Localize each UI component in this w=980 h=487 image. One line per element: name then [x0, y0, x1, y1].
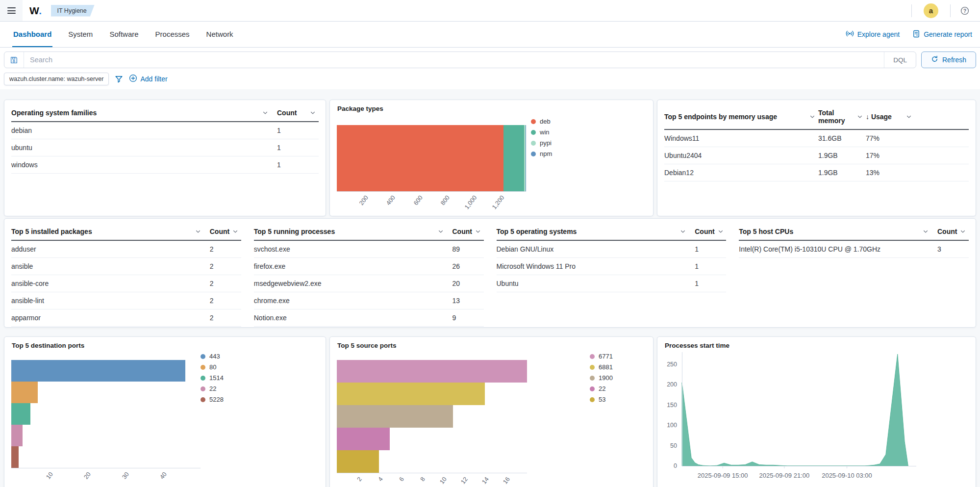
bar-5228[interactable]: [11, 446, 19, 468]
column-header-top-5-running-processes[interactable]: Top 5 running processes: [254, 228, 452, 235]
legend-item-5228[interactable]: 5228: [201, 396, 224, 403]
sort-chevron-icon[interactable]: [960, 229, 969, 234]
column-header-usage[interactable]: ↓ Usage: [866, 113, 915, 121]
table-cell: windows: [11, 161, 277, 169]
sort-chevron-icon[interactable]: [857, 114, 866, 120]
legend-dot: [531, 141, 536, 146]
legend-item-22[interactable]: 22: [201, 385, 224, 392]
sort-chevron-icon[interactable]: [310, 110, 319, 116]
sort-chevron-icon[interactable]: [438, 229, 447, 234]
sort-chevron-icon[interactable]: [923, 229, 931, 234]
bar-1514[interactable]: [11, 403, 30, 425]
legend-item-pypi[interactable]: pypi: [531, 139, 552, 147]
area-series[interactable]: [682, 352, 917, 469]
row-1: Operating system familiesCountdebian1ubu…: [4, 100, 976, 216]
bar-53[interactable]: [337, 450, 379, 473]
y-tick-label: 150: [664, 402, 677, 409]
column-header-count[interactable]: Count: [210, 228, 241, 235]
legend-dot: [590, 397, 595, 402]
table-cell: 89: [452, 245, 484, 253]
legend-item-win[interactable]: win: [531, 128, 552, 136]
tab-processes[interactable]: Processes: [154, 22, 191, 47]
header-divider: [950, 4, 951, 17]
table-cell: 2: [210, 297, 241, 305]
sort-chevron-icon[interactable]: [809, 114, 818, 120]
legend-item-443[interactable]: 443: [201, 353, 224, 360]
table-row: Windows1131.6GB77%: [664, 130, 969, 147]
column-header-count[interactable]: Count: [452, 228, 484, 235]
sort-chevron-icon[interactable]: [262, 110, 271, 116]
table-cell: 1: [277, 127, 319, 134]
bar-6881[interactable]: [337, 383, 485, 405]
column-header-top-5-endpoints-by-memory-usage[interactable]: Top 5 endpoints by memory usage: [664, 113, 818, 121]
package-types-title: Package types: [337, 104, 646, 112]
column-header-count[interactable]: Count: [277, 109, 319, 117]
column-header-label: Operating system families: [11, 109, 97, 117]
bar-1900[interactable]: [337, 405, 453, 428]
search-input[interactable]: [24, 56, 884, 64]
chart-legend: debwinpypinpm: [531, 118, 552, 161]
explore-agent-label: Explore agent: [857, 30, 900, 38]
tab-software[interactable]: Software: [108, 22, 139, 47]
generate-report-button[interactable]: Generate report: [912, 30, 972, 39]
tab-dashboard[interactable]: Dashboard: [12, 22, 52, 47]
segment-deb[interactable]: [337, 125, 503, 191]
legend-item-53[interactable]: 53: [590, 396, 613, 403]
query-language-button[interactable]: DQL: [884, 52, 916, 68]
bar-6771[interactable]: [337, 360, 527, 383]
x-axis: 2004006008001,0001,200: [337, 191, 526, 215]
menu-icon[interactable]: [0, 0, 23, 21]
column-header-label: Count: [277, 109, 297, 117]
sort-chevron-icon[interactable]: [475, 229, 484, 234]
sort-chevron-icon[interactable]: [232, 229, 241, 234]
column-header-operating-system-families[interactable]: Operating system families: [11, 109, 277, 117]
sort-chevron-icon[interactable]: [680, 229, 689, 234]
table-row: svchost.exe89: [254, 241, 484, 258]
help-icon[interactable]: ?: [960, 6, 969, 15]
y-tick-label: 200: [664, 381, 677, 388]
table-cell: 2: [210, 262, 241, 270]
legend-item-1900[interactable]: 1900: [590, 374, 613, 382]
legend-item-22[interactable]: 22: [590, 385, 613, 392]
column-header-top-5-installed-packages[interactable]: Top 5 installed packages: [11, 228, 210, 235]
segment-win[interactable]: [503, 125, 524, 191]
processes-start-time-title: Processes start time: [664, 341, 969, 349]
sort-chevron-icon[interactable]: [906, 114, 915, 120]
column-header-count[interactable]: Count: [937, 228, 969, 235]
bar-22[interactable]: [11, 425, 23, 446]
legend-item-80[interactable]: 80: [201, 363, 224, 371]
bar-443[interactable]: [11, 360, 185, 382]
column-header-label: Total memory: [818, 109, 854, 125]
legend-label: 22: [599, 385, 605, 392]
table-cell: 2: [210, 280, 241, 287]
saved-queries-icon[interactable]: [4, 52, 24, 68]
add-filter-button[interactable]: Add filter: [129, 74, 167, 84]
avatar[interactable]: a: [924, 3, 938, 18]
breadcrumb-badge[interactable]: IT Hygiene: [51, 5, 95, 17]
legend-item-1514[interactable]: 1514: [201, 374, 224, 382]
segment-npm[interactable]: [526, 125, 526, 191]
table-cell: 77%: [866, 134, 915, 142]
filter-funnel-icon[interactable]: [115, 75, 123, 83]
legend-dot: [531, 152, 536, 156]
legend-item-6881[interactable]: 6881: [590, 363, 613, 371]
legend-item-deb[interactable]: deb: [531, 118, 552, 125]
legend-item-npm[interactable]: npm: [531, 150, 552, 157]
filter-pill[interactable]: wazuh.cluster.name: wazuh-server: [4, 73, 109, 85]
tab-network[interactable]: Network: [205, 22, 234, 47]
column-header-top-5-operating-systems[interactable]: Top 5 operating systems: [497, 228, 695, 235]
refresh-button[interactable]: Refresh: [921, 51, 976, 68]
column-header-total-memory[interactable]: Total memory: [818, 109, 866, 125]
explore-agent-button[interactable]: Explore agent: [846, 29, 900, 39]
legend-dot: [201, 365, 205, 370]
bar-80[interactable]: [11, 382, 38, 403]
sort-chevron-icon[interactable]: [195, 229, 204, 234]
legend-item-6771[interactable]: 6771: [590, 353, 613, 360]
sort-chevron-icon[interactable]: [718, 229, 727, 234]
column-header-top-5-host-cpus[interactable]: Top 5 host CPUs: [739, 228, 937, 235]
tab-system[interactable]: System: [67, 22, 94, 47]
column-header-count[interactable]: Count: [695, 228, 726, 235]
column-header-label: ↓ Usage: [866, 113, 892, 121]
wazuh-logo[interactable]: W.: [29, 5, 42, 17]
bar-22[interactable]: [337, 428, 390, 450]
